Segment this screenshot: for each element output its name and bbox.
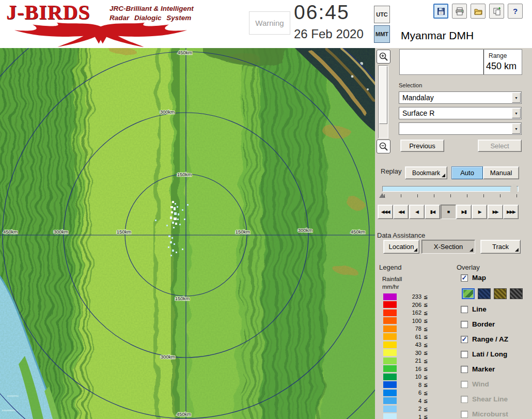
legend-value: 162 — [404, 309, 421, 316]
bookmark-button[interactable]: Bookmark — [405, 166, 447, 179]
map-style-olive[interactable] — [494, 288, 507, 299]
timezone-utc-button[interactable]: UTC — [374, 6, 390, 23]
checkbox-range-az[interactable]: ✓ — [461, 336, 468, 343]
legend-color-swatch — [383, 293, 397, 300]
zoom-scrollbar-thumb[interactable] — [379, 66, 387, 124]
selection-dropdown-1[interactable]: Surface R▼ — [399, 107, 522, 119]
zoom-out-icon — [379, 142, 389, 152]
radar-map-area[interactable]: 450km300km150km150km300km450km450km300km… — [0, 48, 375, 419]
dropdown-arrow-button[interactable]: ▼ — [512, 92, 521, 103]
dropdown-value: Surface R — [402, 109, 434, 117]
chevron-down-icon: ▼ — [514, 112, 518, 115]
legend-value: 8 — [404, 382, 421, 388]
print-button[interactable] — [452, 4, 467, 19]
data-assistance-label: Data Assistance — [377, 231, 425, 239]
range-ring-label: 150km — [117, 229, 132, 235]
legend-row: 1≦ — [383, 413, 428, 419]
legend-value: 21 — [404, 358, 421, 364]
replay-slider-thumb[interactable] — [510, 183, 518, 194]
to-end-button[interactable]: ▶▮ — [456, 205, 472, 219]
radar-map-svg[interactable]: 450km300km150km150km300km450km450km300km… — [0, 48, 375, 419]
overlay-item-map[interactable]: ✓Map — [461, 270, 531, 285]
zoom-scrollbar-track[interactable] — [378, 65, 388, 138]
checkbox-border[interactable] — [461, 321, 468, 328]
to-start-button[interactable]: ▮◀ — [425, 205, 440, 219]
less-equal-symbol: ≦ — [424, 390, 428, 396]
replay-timeline-slider[interactable] — [382, 186, 519, 192]
zoom-in-button[interactable] — [377, 50, 390, 64]
print-icon — [455, 7, 464, 16]
overlay-item-line[interactable]: Line — [461, 302, 531, 317]
help-button[interactable]: ? — [508, 4, 523, 19]
dropdown-arrow-button[interactable]: ▼ — [512, 123, 521, 134]
selection-dropdown-0[interactable]: Mandalay▼ — [399, 91, 522, 104]
toolbar: ? — [433, 4, 523, 19]
open-folder-button[interactable] — [471, 4, 486, 19]
map-style-dark[interactable] — [510, 288, 523, 299]
warning-indicator: Warning — [249, 11, 290, 35]
track-button[interactable]: Track — [480, 240, 521, 254]
timezone-mmt-button[interactable]: MMT — [374, 25, 390, 43]
overlay-item-marker[interactable]: Marker — [461, 362, 531, 377]
range-label: Range — [489, 52, 507, 59]
overlay-item-label: Marker — [472, 365, 495, 373]
slider-tick — [401, 194, 401, 197]
legend-color-swatch — [383, 317, 397, 324]
slider-tick — [500, 194, 500, 197]
stop-button[interactable]: ■ — [441, 205, 456, 219]
less-equal-symbol: ≦ — [424, 294, 428, 300]
less-equal-symbol: ≦ — [424, 318, 428, 323]
save-button[interactable] — [433, 4, 448, 19]
less-equal-symbol: ≦ — [424, 382, 428, 387]
forward-button[interactable]: ▶▶ — [488, 205, 503, 219]
checkbox-wind — [461, 381, 468, 388]
checkbox-map[interactable]: ✓ — [461, 274, 468, 282]
rewind-button[interactable]: ◀◀ — [393, 205, 409, 219]
location-button[interactable]: Location — [383, 240, 419, 254]
map-style-terrain[interactable] — [462, 288, 475, 299]
legend-color-swatch — [383, 325, 397, 332]
range-ring-label: 450km — [351, 229, 366, 235]
zoom-in-icon — [379, 52, 389, 62]
legend-color-swatch — [383, 381, 397, 388]
selection-label: Selection — [399, 82, 422, 88]
x-section-button[interactable]: X-Section — [421, 240, 475, 254]
play-button[interactable]: ▶ — [472, 205, 487, 219]
legend-color-swatch — [383, 309, 397, 316]
overlay-item-label: Range / AZ — [472, 335, 508, 343]
overlay-item-label: Map — [472, 274, 486, 282]
checkbox-line[interactable] — [461, 306, 468, 313]
slider-tick — [467, 194, 467, 197]
manual-mode-button[interactable]: Manual — [483, 166, 519, 179]
zoom-out-button[interactable] — [377, 139, 390, 153]
legend-row: 16≦ — [383, 365, 428, 373]
less-equal-symbol: ≦ — [424, 406, 428, 412]
checkbox-lati-long[interactable] — [461, 351, 468, 358]
overlay-item-shear-line: Shear Line — [461, 392, 531, 407]
dropdown-arrow-button[interactable]: ▼ — [512, 108, 521, 118]
overlay-item-range-az[interactable]: ✓Range / AZ — [461, 332, 531, 347]
range-divider — [483, 50, 484, 74]
auto-mode-button[interactable]: Auto — [451, 166, 483, 179]
checkbox-marker[interactable] — [461, 366, 468, 373]
export-button[interactable] — [489, 4, 504, 19]
selection-dropdown-2[interactable]: ▼ — [399, 122, 522, 135]
legend-value: 206 — [404, 302, 421, 308]
overlay-item-lati-long[interactable]: Lati / Long — [461, 347, 531, 362]
check-icon: ✓ — [462, 274, 467, 281]
map-style-navy[interactable] — [478, 288, 491, 299]
legend-value: 78 — [404, 325, 421, 332]
step-back-button[interactable]: ◀ — [409, 205, 425, 219]
forward-full-button[interactable]: ▶▶▶ — [503, 205, 519, 219]
legend-row: 100≦ — [383, 317, 428, 324]
chevron-down-icon: ▼ — [514, 96, 518, 100]
rewind-full-button[interactable]: ◀◀◀ — [378, 205, 393, 219]
previous-button[interactable]: Previous — [400, 139, 444, 152]
replay-label: Replay — [381, 167, 401, 175]
map-style-swatches — [461, 285, 531, 302]
open-folder-icon — [474, 7, 483, 16]
range-ring-label: 300km — [161, 354, 176, 360]
legend-color-swatch — [383, 406, 397, 412]
legend-row: 21≦ — [383, 357, 428, 364]
overlay-item-border[interactable]: Border — [461, 317, 531, 332]
